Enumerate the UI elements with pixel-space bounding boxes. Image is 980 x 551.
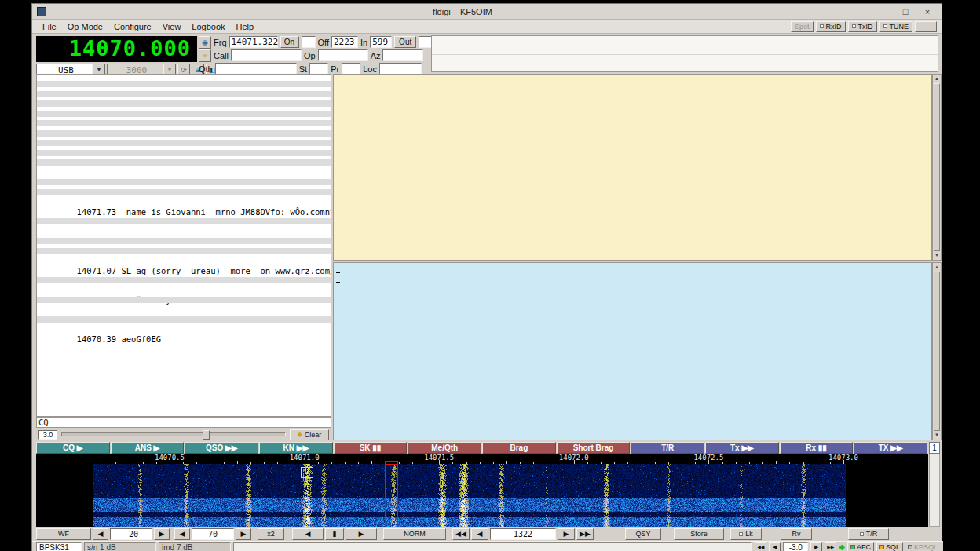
macro-button[interactable]: KN ▶▶	[259, 442, 333, 454]
loc-field[interactable]	[379, 63, 422, 75]
sql-toggle[interactable]: SQL	[876, 542, 903, 551]
scroll-thumb[interactable]	[934, 83, 940, 251]
call-field[interactable]	[231, 49, 302, 61]
browser-row[interactable]	[37, 315, 331, 325]
signal-browser[interactable]: 14072.12 T te a ra t rt e a tM Ja 14071.…	[36, 74, 331, 417]
menu-item[interactable]: View	[157, 21, 187, 32]
lock-toggle[interactable]: Lk	[730, 528, 762, 540]
menu-item[interactable]: Configure	[108, 21, 157, 32]
rx-scrollbar[interactable]: ▲ ▼	[932, 74, 942, 261]
shift-value[interactable]: -3.0	[783, 542, 808, 551]
carrier-field[interactable]: 1322	[490, 528, 556, 540]
browser-row[interactable]	[37, 177, 331, 188]
macro-button[interactable]: TX ▶▶	[854, 442, 927, 454]
squelch-slider[interactable]	[61, 432, 286, 436]
center-signal-button[interactable]: ▮	[325, 528, 344, 540]
browser-row[interactable]	[37, 158, 331, 168]
kpsql-toggle[interactable]: KPSQL	[905, 542, 940, 551]
squelch-slider-handle[interactable]	[203, 430, 210, 440]
zoom-button[interactable]: x2	[258, 528, 284, 540]
scroll-down-icon[interactable]: ▼	[933, 251, 941, 260]
time-on-button[interactable]: On	[280, 36, 299, 48]
mode-status-button[interactable]: BPSK31	[36, 542, 82, 551]
close-icon[interactable]: ×	[923, 7, 932, 16]
rst-in-field[interactable]: 599	[370, 36, 392, 48]
browser-row[interactable]	[37, 109, 331, 119]
notes-panel[interactable]	[431, 35, 938, 72]
macro-button[interactable]: Me/Qth	[408, 442, 481, 454]
clear-button[interactable]: ◆ Clear	[290, 429, 329, 440]
macro-set-button[interactable]: 1	[929, 442, 940, 454]
shift-rew-button[interactable]: ◀◀	[755, 542, 766, 551]
spot-button[interactable]: Spot	[791, 21, 814, 32]
browser-row[interactable]: 14071.73 name is Giovanni mrno JM88DVfo:…	[37, 197, 331, 207]
macro-button[interactable]: Short Brag	[557, 442, 631, 454]
macro-button[interactable]: ANS ▶	[111, 442, 185, 454]
txrx-toggle[interactable]: T/R	[848, 528, 889, 540]
pr-field[interactable]	[342, 63, 360, 75]
search-icon[interactable]: ◉	[199, 36, 211, 49]
browser-row[interactable]	[37, 246, 331, 257]
squelch-value[interactable]: 3.0	[38, 430, 57, 440]
shift-left-button[interactable]: ◀	[292, 528, 324, 540]
browser-row[interactable]: 14070.56 tooW D	[37, 305, 331, 316]
browser-row[interactable]	[37, 79, 331, 89]
browser-row[interactable]	[37, 188, 331, 198]
freq-up-button[interactable]: ▶	[558, 528, 575, 540]
shift-ffwd-button[interactable]: ▶▶	[825, 542, 836, 551]
browser-row[interactable]	[37, 129, 331, 139]
browser-row[interactable]	[37, 295, 331, 305]
browser-row[interactable]: 14071.07 SL ag (sorry ureau) more on www…	[37, 256, 331, 266]
freq-down-button[interactable]: ◀	[471, 528, 488, 540]
browser-row[interactable]: 14071.51 e=	[37, 227, 331, 237]
tx-text-pane[interactable]	[333, 262, 932, 440]
menu-item[interactable]: Logbook	[186, 21, 230, 32]
shift-up-button[interactable]: ▶	[810, 542, 822, 551]
browser-row[interactable]: 14072.12 T te a ra t rt e a tM Ja	[37, 168, 331, 178]
range-up-button[interactable]: ▶	[236, 528, 251, 540]
menu-item[interactable]: Op Mode	[62, 21, 108, 32]
upper-level-down-button[interactable]: ◀	[93, 528, 108, 540]
tune-toggle[interactable]: TUNE	[879, 21, 913, 32]
browser-row[interactable]	[37, 89, 331, 100]
shift-right-button[interactable]: ▶	[346, 528, 377, 540]
az-field[interactable]	[382, 49, 423, 61]
macro-button[interactable]: Tx ▶▶	[705, 442, 779, 454]
frq-field[interactable]: 14071.322	[229, 36, 278, 48]
waterfall-canvas[interactable]	[36, 464, 928, 527]
browser-row[interactable]: 14071.01 eotoaeeAnn	[37, 266, 331, 276]
qsy-button[interactable]: QSY	[625, 528, 661, 540]
browser-row[interactable]	[37, 99, 331, 109]
freq-ffwd-button[interactable]: ▶▶	[576, 528, 594, 540]
txid-toggle[interactable]: TxID	[848, 21, 877, 32]
browser-row[interactable]: 14070.39 aeoGf0EG	[37, 325, 331, 335]
range-value[interactable]: 70	[192, 528, 234, 540]
menu-item[interactable]: File	[37, 21, 62, 32]
rxid-toggle[interactable]: RxID	[816, 21, 846, 32]
frequency-display[interactable]: 14070.000	[36, 36, 197, 62]
freq-rew-button[interactable]: ◀◀	[452, 528, 470, 540]
tx-queue-line[interactable]: CQ	[36, 417, 331, 428]
browser-row[interactable]: 14070.79 W7RšBl dmy cae	[37, 286, 331, 296]
scroll-up-icon[interactable]: ▲	[933, 263, 941, 272]
scroll-thumb[interactable]	[934, 272, 940, 431]
macro-button[interactable]: SK ▮▮	[334, 442, 408, 454]
browser-row[interactable]	[37, 119, 331, 129]
wf-speed-button[interactable]: NORM	[383, 528, 446, 540]
upper-level-value[interactable]: -20	[110, 528, 152, 540]
browser-row[interactable]: 14071.59 : eTaD eTaTati	[37, 207, 331, 217]
wf-mode-button[interactable]: WF	[36, 528, 91, 540]
macro-button[interactable]: Brag	[482, 442, 556, 454]
afc-toggle[interactable]: AFC	[847, 542, 874, 551]
minimize-icon[interactable]: –	[879, 7, 888, 16]
time-off-field[interactable]: 2223	[331, 36, 358, 48]
store-button[interactable]: Store	[674, 528, 724, 540]
tx-scrollbar[interactable]: ▲ ▼	[932, 262, 942, 440]
browser-row[interactable]	[37, 148, 331, 159]
macro-button[interactable]: QSO ▶▶	[185, 442, 258, 454]
st-field[interactable]	[309, 63, 328, 75]
scroll-down-icon[interactable]: ▼	[933, 431, 941, 440]
title-bar[interactable]: fldigi – KF5OIM – □ ×	[32, 4, 942, 20]
time-on-field[interactable]	[302, 36, 316, 48]
browser-row[interactable]	[37, 138, 331, 148]
